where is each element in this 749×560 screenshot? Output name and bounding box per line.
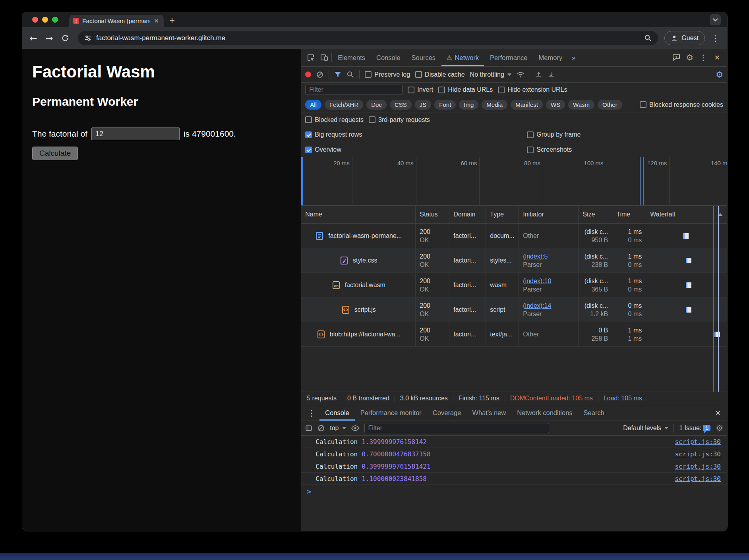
console-settings-button[interactable]: ⚙ [716,423,723,433]
clear-console-icon[interactable] [317,425,325,432]
filter-chip-other[interactable]: Other [598,100,622,110]
table-row[interactable]: style.css 200OK factori... styles... (in… [301,248,727,273]
site-settings-icon[interactable] [84,35,91,42]
new-tab-button[interactable]: + [169,15,175,25]
column-time[interactable]: Time [612,206,646,223]
export-har-icon[interactable] [548,71,555,78]
hide-extension-urls-checkbox[interactable]: Hide extension URLs [498,86,567,93]
filter-chip-fetch-xhr[interactable]: Fetch/XHR [325,100,363,110]
maximize-window-button[interactable] [52,17,58,23]
issues-button[interactable]: 1 [670,51,683,64]
close-window-button[interactable] [32,17,38,23]
column-waterfall[interactable]: Waterfall [646,206,727,223]
tab-sources[interactable]: Sources [406,49,441,66]
drawer-tab-search[interactable]: Search [578,405,610,421]
console-sidebar-icon[interactable] [305,425,312,432]
zoom-icon[interactable] [644,34,652,42]
initiator-link[interactable]: (index):10 [523,277,574,285]
search-icon[interactable] [346,71,354,78]
blocked-requests-checkbox[interactable]: Blocked requests [305,116,364,124]
column-name[interactable]: Name [301,206,416,223]
filter-chip-css[interactable]: CSS [390,100,412,110]
filter-icon[interactable] [334,71,341,78]
execution-context-dropdown[interactable]: top [330,425,346,432]
devtools-menu-button[interactable]: ⋮ [697,51,710,64]
factorial-input[interactable] [91,127,180,140]
drawer-tab-network-conditions[interactable]: Network conditions [511,405,578,421]
invert-checkbox[interactable]: Invert [408,86,433,93]
address-bar[interactable]: factorial-wasm-permanent-worker.glitch.m… [78,31,658,45]
drawer-tab-whats-new[interactable]: What's new [466,405,511,421]
throttling-dropdown[interactable]: No throttling [470,71,511,78]
overview-handle[interactable] [301,157,303,205]
profile-button[interactable]: Guest [664,31,705,45]
back-button[interactable]: ← [27,32,40,44]
tab-console[interactable]: Console [371,49,406,66]
screenshots-checkbox[interactable]: Screenshots [527,146,572,153]
import-har-icon[interactable] [535,71,542,78]
filter-chip-img[interactable]: Img [459,100,478,110]
column-status[interactable]: Status [416,206,449,223]
initiator-link[interactable]: (index):14 [523,301,574,310]
browser-menu-button[interactable]: ⋮ [708,33,722,43]
tab-close-icon[interactable]: ✕ [153,17,160,25]
source-link[interactable]: script.js:30 [675,450,721,458]
preserve-log-checkbox[interactable]: Preserve log [365,71,410,78]
network-filter-input[interactable] [305,85,403,95]
filter-chip-font[interactable]: Font [434,100,456,110]
overview-checkbox[interactable]: Overview [305,146,341,153]
table-row[interactable]: script.js 200OK factori... script (index… [301,297,727,322]
network-settings-button[interactable]: ⚙ [716,70,723,79]
drawer-tab-console[interactable]: Console [319,405,355,421]
tab-elements[interactable]: Elements [333,49,370,66]
group-by-frame-checkbox[interactable]: Group by frame [527,131,581,138]
filter-chip-wasm[interactable]: Wasm [568,100,594,110]
tab-memory[interactable]: Memory [534,49,568,66]
table-row[interactable]: blob:https://factorial-wa... 200OK facto… [301,322,727,347]
network-conditions-icon[interactable] [517,71,524,78]
reload-button[interactable] [59,32,72,44]
big-request-rows-checkbox[interactable]: Big request rows [305,131,362,138]
console-prompt[interactable]: > [301,485,727,498]
inspect-element-button[interactable] [304,51,317,64]
source-link[interactable]: script.js:30 [675,475,721,483]
filter-chip-js[interactable]: JS [415,100,432,110]
drawer-menu-button[interactable]: ⋮ [304,408,319,418]
devtools-settings-button[interactable]: ⚙ [683,51,696,64]
column-size[interactable]: Size [579,206,612,223]
filter-chip-manifest[interactable]: Manifest [511,100,543,110]
disable-cache-checkbox[interactable]: Disable cache [415,71,465,78]
live-expression-eye-icon[interactable] [351,425,359,431]
forward-button[interactable]: → [43,32,56,44]
network-overview-timeline[interactable]: 20 ms 40 ms 60 ms 80 ms 100 ms 120 ms 14… [301,157,727,206]
column-type[interactable]: Type [486,206,519,223]
browser-tab[interactable]: ! Factorial Wasm (permanent W ✕ [69,15,164,27]
more-tabs-button[interactable]: » [568,54,579,62]
devtools-close-button[interactable]: ✕ [710,54,724,62]
hide-data-urls-checkbox[interactable]: Hide data URLs [438,86,493,93]
column-initiator[interactable]: Initiator [519,206,579,223]
minimize-window-button[interactable] [42,17,48,23]
third-party-requests-checkbox[interactable]: 3rd-party requests [369,116,430,124]
clear-icon[interactable] [316,71,323,78]
source-link[interactable]: script.js:30 [675,438,721,446]
tab-search-button[interactable] [710,14,721,25]
device-toolbar-button[interactable] [318,51,331,64]
log-levels-dropdown[interactable]: Default levels [623,425,668,432]
record-button[interactable] [305,71,311,77]
filter-chip-ws[interactable]: WS [546,100,565,110]
filter-chip-all[interactable]: All [305,100,321,110]
column-domain[interactable]: Domain [449,206,486,223]
source-link[interactable]: script.js:30 [675,463,721,470]
issues-counter[interactable]: 1 Issue: 1 [679,425,710,432]
filter-chip-doc[interactable]: Doc [366,100,387,110]
drawer-tab-performance-monitor[interactable]: Performance monitor [355,405,427,421]
tab-performance[interactable]: Performance [485,49,532,66]
calculate-button[interactable]: Calculate [32,147,78,160]
table-row[interactable]: WA factorial.wasm 200OK factori... wasm … [301,273,727,297]
drawer-tab-coverage[interactable]: Coverage [427,405,467,421]
filter-chip-media[interactable]: Media [482,100,507,110]
table-row[interactable]: factorial-wasm-permane... 200OK factori.… [301,224,727,248]
initiator-link[interactable]: (index):5 [523,252,574,261]
console-filter-input[interactable] [364,423,549,433]
